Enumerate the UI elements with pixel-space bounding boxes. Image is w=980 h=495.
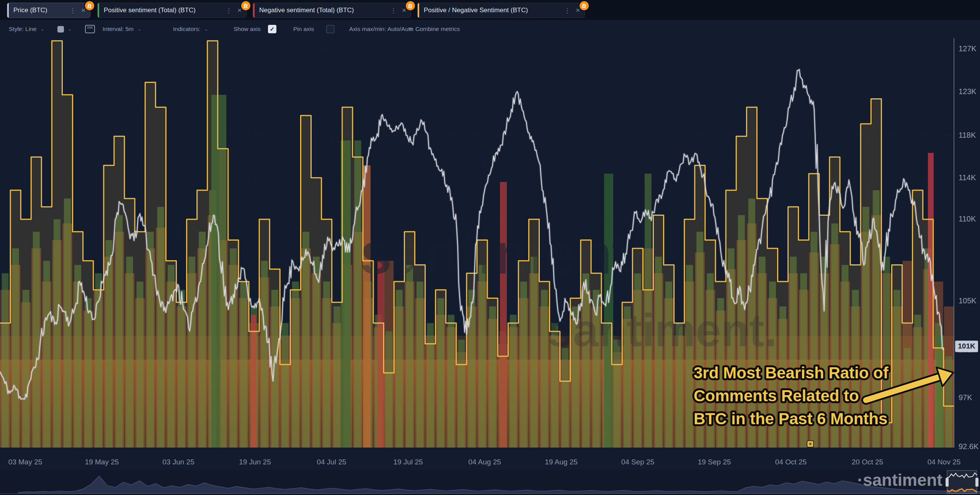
tab-positive-sentiment[interactable]: Positive sentiment (Total) (BTC) ⋮ × B [97, 3, 247, 18]
tab-label: Price (BTC) [13, 7, 47, 14]
y-axis-tick-label: 127K [959, 44, 977, 53]
annotation-line: 3rd Most Bearish Ratio of [694, 364, 889, 382]
y-axis-tick-label: 110K [959, 215, 976, 223]
x-axis-tick-label: 04 Aug 25 [468, 458, 501, 466]
show-axis-control: Show axis [234, 20, 261, 38]
tab-label: Positive / Negative Sentiment (BTC) [424, 7, 528, 14]
minimap-canvas[interactable]: ·santiment [0, 470, 980, 495]
combine-metrics-button[interactable]: + Combine metrics [409, 20, 460, 38]
chevron-down-icon: ⌄ [40, 26, 44, 32]
show-axis-checkbox[interactable]: ✓ [268, 20, 276, 38]
x-axis-tick-label: 04 Oct 25 [775, 458, 807, 466]
pin-axis-checkbox[interactable] [326, 20, 335, 38]
timeframe-icon [85, 25, 95, 33]
event-marker-icon[interactable] [807, 441, 813, 447]
show-axis-label: Show axis [234, 26, 261, 33]
tab-menu-icon[interactable]: ⋮ [560, 7, 574, 15]
brush-handle-left[interactable] [946, 478, 949, 487]
x-axis-tick-label: 04 Jul 25 [317, 458, 346, 466]
x-axis-tick-label: 19 Jun 25 [239, 458, 271, 466]
tab-pos-neg-ratio[interactable]: Positive / Negative Sentiment (BTC) ⋮ × … [417, 3, 585, 18]
tab-accent-strip [7, 3, 9, 18]
brush-handle-right[interactable] [975, 478, 978, 487]
indicators-label: Indicators: [173, 26, 201, 33]
pin-axis-control: Pin axis [293, 20, 314, 38]
annotation-line: Comments Related to [694, 387, 859, 405]
style-label: Style: Line [9, 26, 36, 33]
y-axis-tick-label: 123K [959, 87, 977, 96]
checkbox-checked-icon[interactable]: ✓ [268, 25, 276, 33]
axis-maxmin-label: Axis max/min: Auto/Auto [349, 26, 413, 33]
x-axis-tick-label: 20 Oct 25 [852, 458, 883, 466]
interval-label: Interval: 5m [103, 26, 134, 33]
pin-axis-label: Pin axis [293, 26, 314, 33]
minimap-area[interactable]: ·santiment [0, 470, 980, 495]
timeframe-icon-button[interactable] [85, 20, 95, 38]
chevron-down-icon: ⌄ [137, 26, 141, 32]
checkbox-unchecked-icon[interactable] [326, 25, 335, 33]
x-axis-tick-label: 04 Sep 25 [621, 458, 655, 466]
indicators-dropdown[interactable]: Indicators: ⌄ [173, 20, 208, 38]
tab-menu-icon[interactable]: ⋮ [65, 7, 80, 15]
x-axis-tick-label: 19 May 25 [85, 458, 119, 466]
tab-menu-icon[interactable]: ⋮ [386, 7, 400, 15]
tab-accent-strip [418, 3, 419, 18]
interval-dropdown[interactable]: Interval: 5m ⌄ [103, 20, 141, 38]
y-axis-tick-label: 114K [959, 173, 976, 182]
chevron-down-icon: ⌄ [204, 26, 208, 32]
annotation-line: BTC in the Past 6 Months [694, 410, 887, 428]
chart-toolbar: Style: Line ⌄ ⌄ Interval: 5m ⌄ Indicator… [0, 20, 980, 38]
main-chart-area[interactable]: santiment.santiment.92.6K97K101K105K110K… [0, 0, 980, 469]
santiment-chart-app: santiment.santiment.92.6K97K101K105K110K… [0, 0, 980, 495]
tab-label: Positive sentiment (Total) (BTC) [104, 7, 196, 14]
tab-menu-icon[interactable]: ⋮ [222, 7, 236, 15]
y-axis-tick-label: 118K [959, 131, 976, 139]
x-axis-tick-label: 03 May 25 [8, 458, 42, 466]
minimap-selection-brush[interactable] [946, 471, 978, 493]
x-axis-tick-label: 19 Aug 25 [545, 458, 578, 466]
chart-canvas[interactable]: santiment.santiment.92.6K97K101K105K110K… [0, 0, 980, 469]
x-axis-tick-label: 19 Jul 25 [393, 458, 423, 466]
color-swatch-dropdown[interactable]: ⌄ [57, 20, 72, 38]
style-dropdown[interactable]: Style: Line ⌄ [9, 20, 44, 38]
y-axis-tick-label: 97K [959, 393, 972, 402]
y-axis-tick-label: 92.6K [959, 442, 979, 451]
y-axis-tick-label: 105K [959, 296, 977, 305]
chevron-down-icon: ⌄ [68, 26, 72, 32]
santiment-watermark-corner: ·santiment [858, 471, 943, 489]
current-price-badge-label: 101K [958, 342, 975, 350]
x-axis-tick-label: 03 Jun 25 [162, 458, 194, 466]
tab-negative-sentiment[interactable]: Negative sentiment (Total) (BTC) ⋮ × B [253, 3, 411, 18]
svg-text:santiment.: santiment. [360, 221, 647, 286]
x-axis-tick-label: 19 Sep 25 [698, 458, 731, 466]
tab-label: Negative sentiment (Total) (BTC) [259, 7, 354, 14]
plus-icon: + [409, 25, 413, 33]
tab-accent-strip [253, 3, 255, 18]
tab-accent-strip [98, 3, 99, 18]
metric-tab-bar: Price (BTC) ⋮ × B Positive sentiment (To… [0, 0, 980, 20]
combine-metrics-label: Combine metrics [415, 26, 460, 33]
x-axis-tick-label: 04 Nov 25 [928, 458, 961, 466]
tab-price-btc[interactable]: Price (BTC) ⋮ × B [7, 3, 90, 18]
color-swatch[interactable] [57, 26, 64, 33]
